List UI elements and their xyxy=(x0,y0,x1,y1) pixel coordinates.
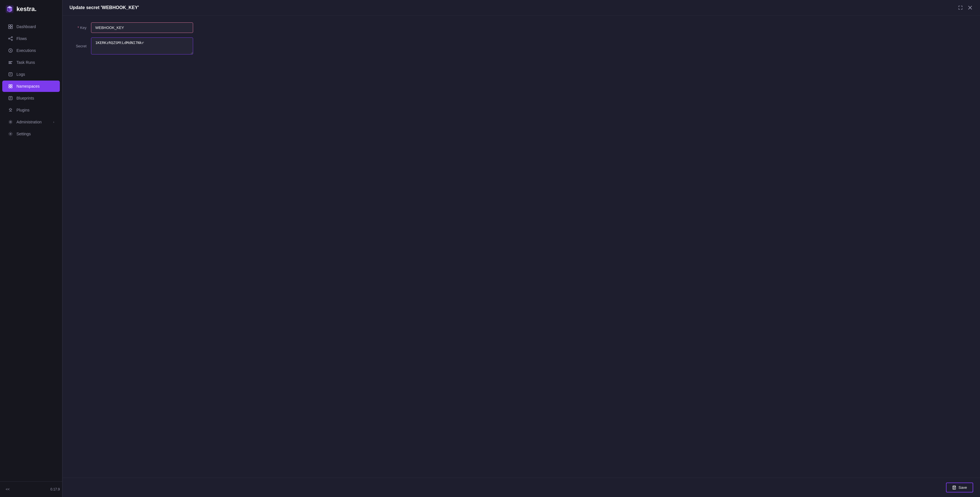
sidebar-item-label-flows: Flows xyxy=(16,36,54,41)
svg-rect-21 xyxy=(9,84,10,86)
blueprints-icon xyxy=(8,96,13,101)
modal-body: *Key Secret 1KERKzRQZSMtLdMdNI7Nkr xyxy=(63,16,980,478)
modal-controls xyxy=(957,5,973,11)
sidebar-collapse-button[interactable]: << xyxy=(2,485,13,494)
sidebar-item-plugins[interactable]: Plugins xyxy=(2,104,60,116)
svg-rect-23 xyxy=(9,86,10,88)
sidebar-item-label-namespaces: Namespaces xyxy=(16,84,54,89)
expand-icon xyxy=(958,6,963,10)
logo: kestra. xyxy=(0,0,62,18)
svg-rect-5 xyxy=(8,25,10,26)
plugins-icon xyxy=(8,108,13,113)
sidebar-item-executions[interactable]: Executions xyxy=(2,45,60,56)
namespaces-icon xyxy=(8,84,13,89)
secret-label: Secret xyxy=(70,44,86,48)
svg-rect-16 xyxy=(8,62,11,63)
svg-point-30 xyxy=(10,121,11,123)
svg-rect-15 xyxy=(8,61,13,62)
modal-title: Update secret 'WEBHOOK_KEY' xyxy=(70,5,139,10)
secret-form-group: Secret 1KERKzRQZSMtLdMdNI7Nkr xyxy=(70,37,973,54)
svg-point-11 xyxy=(11,40,13,41)
svg-rect-17 xyxy=(8,63,12,64)
modal-overlay: Update secret 'WEBHOOK_KEY' xyxy=(62,0,980,497)
key-form-group: *Key xyxy=(70,22,973,33)
update-secret-modal: Update secret 'WEBHOOK_KEY' xyxy=(62,0,980,497)
administration-arrow-icon: › xyxy=(53,121,54,124)
modal-header: Update secret 'WEBHOOK_KEY' xyxy=(63,0,980,16)
svg-line-12 xyxy=(10,37,11,38)
sidebar-item-label-logs: Logs xyxy=(16,72,54,76)
svg-rect-18 xyxy=(9,73,12,76)
svg-rect-22 xyxy=(11,84,12,86)
sidebar-item-label-administration: Administration xyxy=(16,120,50,124)
key-label: *Key xyxy=(70,25,86,30)
sidebar: kestra. Dashboard xyxy=(0,0,62,497)
svg-rect-7 xyxy=(8,27,10,29)
settings-icon xyxy=(8,131,13,137)
save-icon xyxy=(952,486,956,490)
svg-point-9 xyxy=(8,38,10,39)
collapse-icon: << xyxy=(6,487,10,491)
sidebar-item-logs[interactable]: Logs xyxy=(2,68,60,80)
save-label: Save xyxy=(958,485,967,490)
svg-line-13 xyxy=(10,39,11,40)
executions-icon xyxy=(8,48,13,53)
svg-rect-6 xyxy=(11,25,13,26)
dashboard-icon xyxy=(8,24,13,29)
sidebar-nav: Dashboard Flows Execution xyxy=(0,18,62,481)
modal-close-button[interactable] xyxy=(967,5,973,11)
sidebar-footer: << 0.17.9 xyxy=(0,481,62,497)
sidebar-item-label-executions: Executions xyxy=(16,48,54,53)
sidebar-item-settings[interactable]: Settings xyxy=(2,128,60,140)
svg-rect-24 xyxy=(11,86,12,88)
key-input[interactable] xyxy=(91,22,193,33)
svg-rect-8 xyxy=(11,27,13,29)
sidebar-item-flows[interactable]: Flows xyxy=(2,33,60,44)
sidebar-item-blueprints[interactable]: Blueprints xyxy=(2,92,60,104)
close-icon xyxy=(968,6,972,10)
sidebar-item-label-settings: Settings xyxy=(16,132,54,136)
sidebar-item-task-runs[interactable]: Task Runs xyxy=(2,57,60,68)
logs-icon xyxy=(8,72,13,77)
sidebar-item-namespaces[interactable]: Namespaces xyxy=(2,81,60,92)
svg-point-31 xyxy=(10,133,11,134)
sidebar-item-label-blueprints: Blueprints xyxy=(16,96,54,100)
svg-rect-35 xyxy=(953,486,955,487)
svg-point-14 xyxy=(9,49,13,53)
flows-icon xyxy=(8,36,13,41)
modal-expand-button[interactable] xyxy=(957,5,964,11)
logo-text: kestra. xyxy=(16,5,37,13)
modal-footer: Save xyxy=(63,478,980,497)
svg-point-10 xyxy=(11,37,13,38)
task-runs-icon xyxy=(8,60,13,65)
kestra-logo-icon xyxy=(6,5,14,13)
administration-icon xyxy=(8,119,13,124)
save-button[interactable]: Save xyxy=(946,483,973,492)
sidebar-item-administration[interactable]: Administration › xyxy=(2,116,60,127)
sidebar-item-label-task-runs: Task Runs xyxy=(16,60,54,65)
required-star: * xyxy=(78,25,79,30)
sidebar-item-dashboard[interactable]: Dashboard xyxy=(2,21,60,32)
sidebar-item-label-plugins: Plugins xyxy=(16,108,54,112)
main-content: Namespaces company.team Overview Edit Va… xyxy=(62,0,980,497)
secret-input[interactable]: 1KERKzRQZSMtLdMdNI7Nkr xyxy=(91,37,193,54)
sidebar-item-label-dashboard: Dashboard xyxy=(16,24,54,29)
version-text: 0.17.9 xyxy=(51,487,60,491)
